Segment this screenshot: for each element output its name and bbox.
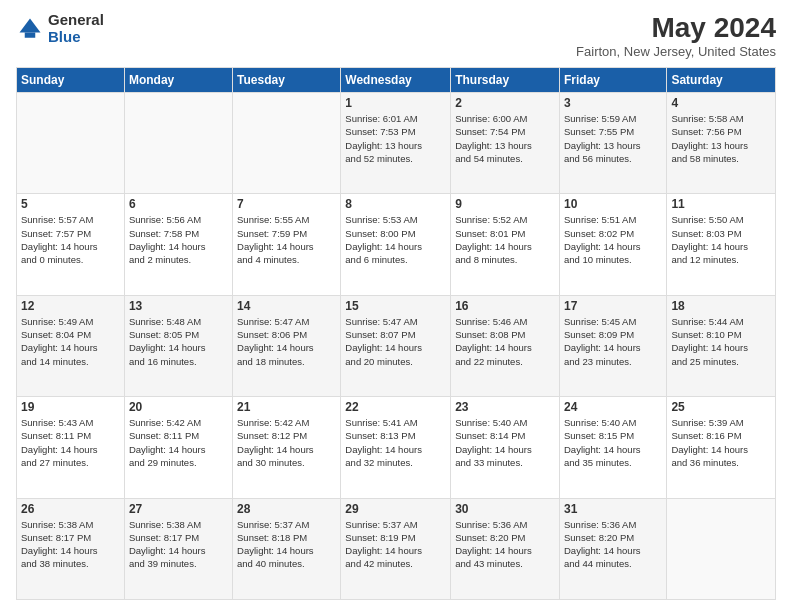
week-row-3: 12Sunrise: 5:49 AM Sunset: 8:04 PM Dayli… (17, 295, 776, 396)
calendar-cell: 3Sunrise: 5:59 AM Sunset: 7:55 PM Daylig… (559, 93, 666, 194)
calendar-cell: 27Sunrise: 5:38 AM Sunset: 8:17 PM Dayli… (124, 498, 232, 599)
day-number: 26 (21, 502, 120, 516)
day-number: 17 (564, 299, 662, 313)
day-number: 21 (237, 400, 336, 414)
page-header: General Blue May 2024 Fairton, New Jerse… (16, 12, 776, 59)
calendar-cell: 17Sunrise: 5:45 AM Sunset: 8:09 PM Dayli… (559, 295, 666, 396)
day-number: 10 (564, 197, 662, 211)
week-row-4: 19Sunrise: 5:43 AM Sunset: 8:11 PM Dayli… (17, 397, 776, 498)
day-number: 28 (237, 502, 336, 516)
calendar-cell (667, 498, 776, 599)
day-number: 23 (455, 400, 555, 414)
calendar-cell: 23Sunrise: 5:40 AM Sunset: 8:14 PM Dayli… (451, 397, 560, 498)
col-header-wednesday: Wednesday (341, 68, 451, 93)
col-header-monday: Monday (124, 68, 232, 93)
calendar-cell: 1Sunrise: 6:01 AM Sunset: 7:53 PM Daylig… (341, 93, 451, 194)
day-number: 13 (129, 299, 228, 313)
calendar-cell: 10Sunrise: 5:51 AM Sunset: 8:02 PM Dayli… (559, 194, 666, 295)
calendar-header-row: SundayMondayTuesdayWednesdayThursdayFrid… (17, 68, 776, 93)
week-row-5: 26Sunrise: 5:38 AM Sunset: 8:17 PM Dayli… (17, 498, 776, 599)
day-number: 1 (345, 96, 446, 110)
col-header-saturday: Saturday (667, 68, 776, 93)
calendar-cell: 16Sunrise: 5:46 AM Sunset: 8:08 PM Dayli… (451, 295, 560, 396)
day-info: Sunrise: 5:42 AM Sunset: 8:11 PM Dayligh… (129, 416, 228, 469)
day-number: 3 (564, 96, 662, 110)
calendar-cell: 12Sunrise: 5:49 AM Sunset: 8:04 PM Dayli… (17, 295, 125, 396)
calendar-cell: 29Sunrise: 5:37 AM Sunset: 8:19 PM Dayli… (341, 498, 451, 599)
day-info: Sunrise: 5:52 AM Sunset: 8:01 PM Dayligh… (455, 213, 555, 266)
day-info: Sunrise: 5:40 AM Sunset: 8:14 PM Dayligh… (455, 416, 555, 469)
day-number: 31 (564, 502, 662, 516)
day-info: Sunrise: 5:50 AM Sunset: 8:03 PM Dayligh… (671, 213, 771, 266)
day-number: 20 (129, 400, 228, 414)
calendar-cell: 4Sunrise: 5:58 AM Sunset: 7:56 PM Daylig… (667, 93, 776, 194)
calendar-cell: 20Sunrise: 5:42 AM Sunset: 8:11 PM Dayli… (124, 397, 232, 498)
day-info: Sunrise: 5:58 AM Sunset: 7:56 PM Dayligh… (671, 112, 771, 165)
week-row-1: 1Sunrise: 6:01 AM Sunset: 7:53 PM Daylig… (17, 93, 776, 194)
calendar-cell: 24Sunrise: 5:40 AM Sunset: 8:15 PM Dayli… (559, 397, 666, 498)
day-number: 25 (671, 400, 771, 414)
calendar-cell: 21Sunrise: 5:42 AM Sunset: 8:12 PM Dayli… (233, 397, 341, 498)
day-info: Sunrise: 5:44 AM Sunset: 8:10 PM Dayligh… (671, 315, 771, 368)
col-header-friday: Friday (559, 68, 666, 93)
calendar-cell: 28Sunrise: 5:37 AM Sunset: 8:18 PM Dayli… (233, 498, 341, 599)
day-info: Sunrise: 5:45 AM Sunset: 8:09 PM Dayligh… (564, 315, 662, 368)
day-info: Sunrise: 5:38 AM Sunset: 8:17 PM Dayligh… (129, 518, 228, 571)
logo-text: General Blue (48, 12, 104, 45)
day-info: Sunrise: 5:37 AM Sunset: 8:19 PM Dayligh… (345, 518, 446, 571)
logo: General Blue (16, 12, 104, 45)
day-number: 15 (345, 299, 446, 313)
day-number: 30 (455, 502, 555, 516)
day-info: Sunrise: 5:48 AM Sunset: 8:05 PM Dayligh… (129, 315, 228, 368)
day-number: 8 (345, 197, 446, 211)
day-info: Sunrise: 6:00 AM Sunset: 7:54 PM Dayligh… (455, 112, 555, 165)
day-info: Sunrise: 5:55 AM Sunset: 7:59 PM Dayligh… (237, 213, 336, 266)
day-info: Sunrise: 5:36 AM Sunset: 8:20 PM Dayligh… (564, 518, 662, 571)
day-info: Sunrise: 5:42 AM Sunset: 8:12 PM Dayligh… (237, 416, 336, 469)
calendar-cell: 7Sunrise: 5:55 AM Sunset: 7:59 PM Daylig… (233, 194, 341, 295)
day-number: 27 (129, 502, 228, 516)
day-info: Sunrise: 5:43 AM Sunset: 8:11 PM Dayligh… (21, 416, 120, 469)
day-number: 4 (671, 96, 771, 110)
calendar-cell: 13Sunrise: 5:48 AM Sunset: 8:05 PM Dayli… (124, 295, 232, 396)
day-number: 18 (671, 299, 771, 313)
day-info: Sunrise: 5:51 AM Sunset: 8:02 PM Dayligh… (564, 213, 662, 266)
calendar-cell (233, 93, 341, 194)
calendar-cell: 8Sunrise: 5:53 AM Sunset: 8:00 PM Daylig… (341, 194, 451, 295)
calendar-cell: 6Sunrise: 5:56 AM Sunset: 7:58 PM Daylig… (124, 194, 232, 295)
calendar-cell (17, 93, 125, 194)
title-block: May 2024 Fairton, New Jersey, United Sta… (576, 12, 776, 59)
calendar-cell: 15Sunrise: 5:47 AM Sunset: 8:07 PM Dayli… (341, 295, 451, 396)
day-info: Sunrise: 5:37 AM Sunset: 8:18 PM Dayligh… (237, 518, 336, 571)
calendar-cell: 11Sunrise: 5:50 AM Sunset: 8:03 PM Dayli… (667, 194, 776, 295)
day-info: Sunrise: 5:47 AM Sunset: 8:07 PM Dayligh… (345, 315, 446, 368)
col-header-thursday: Thursday (451, 68, 560, 93)
day-info: Sunrise: 5:40 AM Sunset: 8:15 PM Dayligh… (564, 416, 662, 469)
logo-general-text: General (48, 12, 104, 29)
calendar-cell: 5Sunrise: 5:57 AM Sunset: 7:57 PM Daylig… (17, 194, 125, 295)
calendar-cell: 2Sunrise: 6:00 AM Sunset: 7:54 PM Daylig… (451, 93, 560, 194)
svg-marker-0 (20, 18, 41, 32)
calendar-cell: 18Sunrise: 5:44 AM Sunset: 8:10 PM Dayli… (667, 295, 776, 396)
day-info: Sunrise: 5:59 AM Sunset: 7:55 PM Dayligh… (564, 112, 662, 165)
calendar-cell: 25Sunrise: 5:39 AM Sunset: 8:16 PM Dayli… (667, 397, 776, 498)
day-number: 24 (564, 400, 662, 414)
col-header-sunday: Sunday (17, 68, 125, 93)
calendar-cell: 22Sunrise: 5:41 AM Sunset: 8:13 PM Dayli… (341, 397, 451, 498)
calendar-cell: 30Sunrise: 5:36 AM Sunset: 8:20 PM Dayli… (451, 498, 560, 599)
day-info: Sunrise: 5:41 AM Sunset: 8:13 PM Dayligh… (345, 416, 446, 469)
day-info: Sunrise: 5:39 AM Sunset: 8:16 PM Dayligh… (671, 416, 771, 469)
calendar-cell: 19Sunrise: 5:43 AM Sunset: 8:11 PM Dayli… (17, 397, 125, 498)
day-number: 5 (21, 197, 120, 211)
calendar-table: SundayMondayTuesdayWednesdayThursdayFrid… (16, 67, 776, 600)
day-number: 29 (345, 502, 446, 516)
calendar-cell (124, 93, 232, 194)
main-title: May 2024 (576, 12, 776, 44)
week-row-2: 5Sunrise: 5:57 AM Sunset: 7:57 PM Daylig… (17, 194, 776, 295)
day-number: 22 (345, 400, 446, 414)
day-info: Sunrise: 5:46 AM Sunset: 8:08 PM Dayligh… (455, 315, 555, 368)
day-number: 6 (129, 197, 228, 211)
day-number: 7 (237, 197, 336, 211)
logo-blue-text: Blue (48, 29, 104, 46)
subtitle: Fairton, New Jersey, United States (576, 44, 776, 59)
